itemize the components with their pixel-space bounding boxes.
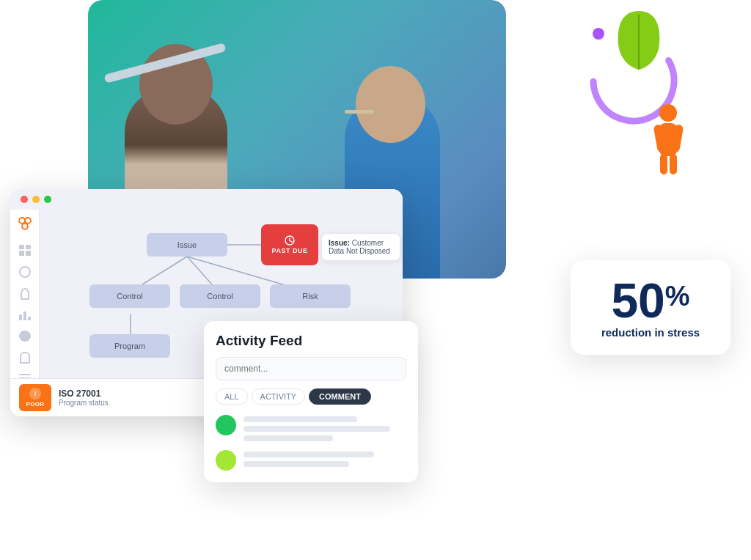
- sidebar-icon-chart[interactable]: [19, 310, 31, 320]
- svg-point-1: [659, 104, 677, 122]
- svg-rect-6: [670, 154, 677, 174]
- stats-card: 50 % reduction in stress: [571, 260, 730, 355]
- workflow-node-control-1: Control: [89, 284, 170, 308]
- traffic-light-yellow[interactable]: [32, 196, 40, 203]
- sidebar-icon-settings[interactable]: [19, 331, 31, 342]
- sidebar-icon-grid[interactable]: [19, 245, 31, 257]
- traffic-light-red[interactable]: [21, 196, 28, 203]
- poor-label: POOR: [26, 401, 45, 408]
- svg-rect-5: [660, 154, 667, 174]
- activity-lines-2: [243, 450, 406, 467]
- program-name: ISO 27001: [59, 388, 109, 399]
- workflow-node-past-due: PAST DUE: [261, 224, 318, 265]
- stats-number: 50: [611, 276, 664, 325]
- activity-feed-panel: Activity Feed ALL ACTIVITY COMMENT: [204, 321, 418, 482]
- program-info: ISO 27001 Program status: [59, 388, 109, 407]
- workflow-node-issue: Issue: [147, 233, 227, 257]
- workflow-node-risk: Risk: [270, 284, 351, 308]
- sidebar-icon-circle[interactable]: [19, 266, 31, 278]
- workflow-node-program: Program: [89, 334, 170, 358]
- issue-label: Issue:: [329, 239, 352, 247]
- traffic-light-green[interactable]: [44, 196, 51, 203]
- activity-feed-title: Activity Feed: [216, 333, 406, 349]
- tab-all[interactable]: ALL: [216, 388, 248, 405]
- activity-lines-1: [243, 415, 406, 441]
- program-subtitle: Program status: [59, 399, 109, 407]
- workflow-node-control-2: Control: [180, 284, 260, 308]
- svg-point-8: [25, 218, 31, 224]
- issue-tooltip: Issue: Customer Data Not Disposed: [321, 233, 400, 261]
- avatar-2: [216, 450, 236, 471]
- activity-item-2: [216, 450, 406, 471]
- leaf-deco: [615, 7, 663, 73]
- svg-point-9: [22, 224, 28, 229]
- window-titlebar: [10, 189, 403, 210]
- past-due-label: PAST DUE: [272, 247, 308, 254]
- activity-tabs: ALL ACTIVITY COMMENT: [216, 388, 406, 405]
- stats-number-area: 50 %: [588, 276, 713, 325]
- poor-badge: ! POOR: [19, 384, 51, 411]
- tab-activity[interactable]: ACTIVITY: [252, 388, 306, 405]
- green-circle-deco: [593, 28, 604, 40]
- activity-item-1: [216, 415, 406, 441]
- clock-icon: [285, 235, 295, 246]
- stats-label: reduction in stress: [588, 326, 713, 339]
- orange-person-deco: [648, 103, 689, 176]
- svg-line-17: [290, 240, 292, 242]
- comment-input[interactable]: [216, 357, 406, 380]
- tab-comment[interactable]: COMMENT: [309, 388, 371, 405]
- stats-percent: %: [665, 282, 690, 310]
- svg-point-7: [19, 218, 25, 224]
- avatar-1: [216, 415, 236, 435]
- sidebar-icon-bell[interactable]: [20, 352, 30, 364]
- sidebar-icon-location[interactable]: [21, 288, 29, 300]
- app-logo: [17, 215, 33, 232]
